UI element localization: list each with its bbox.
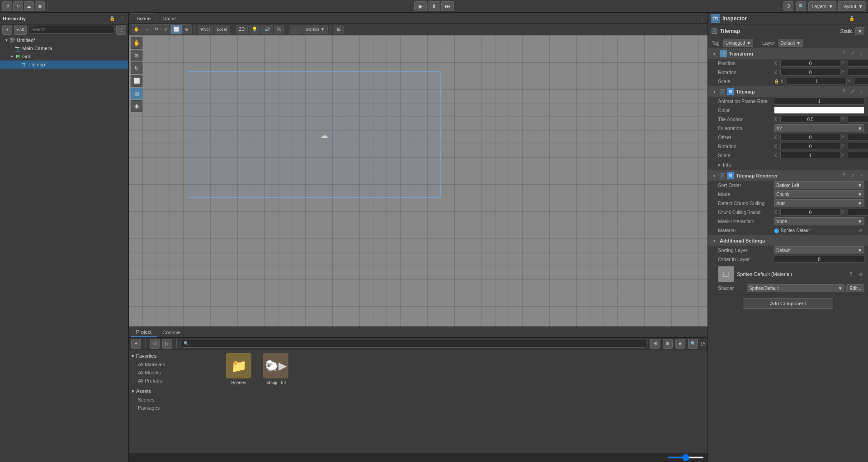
color-swatch[interactable] [774, 107, 864, 114]
scene-move-btn[interactable]: ⊕ [131, 50, 142, 61]
search-btn[interactable]: 🔍 [796, 1, 806, 11]
layers-dropdown[interactable]: Layers ▼ [808, 1, 836, 11]
history-btn[interactable]: ⏱ [783, 1, 793, 11]
hier-item-camera[interactable]: 📷 Main Camera [0, 44, 128, 52]
pause-button[interactable]: ⏸ [428, 1, 440, 11]
static-dropdown[interactable]: ▼ [855, 27, 864, 35]
scene-view[interactable]: ✋ ⊕ ↻ ⬜ ▦ ◉ ☁ [129, 35, 708, 327]
favorites-header[interactable]: ▾ Favorites [129, 351, 219, 360]
project-settings-btn[interactable]: ⚙ [663, 339, 673, 349]
scene-custom-btn[interactable]: ◉ [131, 100, 142, 112]
fav-all-models[interactable]: All Models [129, 369, 219, 377]
transform-tool-btn[interactable]: ⊕ [182, 25, 191, 34]
hier-item-tilemap[interactable]: ⊟ Tilemap [0, 61, 128, 69]
ta-x-input[interactable] [780, 116, 840, 123]
sort-order-dropdown[interactable]: Bottom Left ▼ [774, 181, 864, 189]
transform-section-header[interactable]: ▾ ⊹ Transform ? ⤢ ⋮ [708, 48, 868, 59]
project-fav-btn[interactable]: ★ [675, 339, 685, 349]
transform-preset-btn[interactable]: ⤢ [849, 50, 856, 57]
detect-culling-dropdown[interactable]: Auto ▼ [774, 199, 864, 207]
project-search[interactable] [180, 340, 648, 348]
ts-x-input[interactable] [780, 152, 840, 159]
object-active-checkbox[interactable]: ✓ [712, 28, 717, 34]
renderer-section-header[interactable]: ▾ ✓ ⊟ Tilemap Renderer ? ⤢ ⋮ [708, 170, 868, 181]
renderer-help-btn[interactable]: ? [840, 172, 847, 179]
off-x-input[interactable] [780, 134, 840, 141]
hierarchy-all-btn[interactable]: ▾All [14, 25, 27, 35]
rot-y-input[interactable] [848, 69, 868, 76]
tr-y-input[interactable] [848, 143, 868, 150]
assets-header[interactable]: ▾ Assets [129, 387, 219, 396]
fx-btn[interactable]: fx [274, 25, 284, 34]
scene-rect-btn[interactable]: ▦ [131, 88, 142, 99]
cc-y-input[interactable] [848, 209, 868, 216]
renderer-enable-checkbox[interactable]: ✓ [720, 173, 725, 178]
project-layout-btn[interactable]: ⊞ [650, 339, 660, 349]
ts-y-input[interactable] [848, 152, 868, 159]
redo-btn[interactable]: ↻ [13, 1, 23, 11]
tilemap-help-btn[interactable]: ? [840, 88, 847, 95]
fav-all-prefabs[interactable]: All Prefabs [129, 377, 219, 385]
hier-item-grid[interactable]: ▾ ⊞ Grid [0, 52, 128, 61]
inspector-lock-btn[interactable]: 🔒 [848, 15, 855, 22]
tr-x-input[interactable] [780, 143, 840, 150]
tag-dropdown[interactable]: Untagged ▼ [723, 39, 753, 47]
project-back-btn[interactable]: ◁ [150, 339, 160, 349]
light-btn[interactable]: 💡 [249, 25, 260, 34]
project-add-btn[interactable]: + [131, 339, 141, 349]
scale-y-input[interactable] [854, 78, 868, 85]
project-fwd-btn[interactable]: ▷ [162, 339, 172, 349]
material-help-btn[interactable]: ? [847, 271, 854, 278]
scene-hand-btn[interactable]: ✋ [131, 37, 142, 49]
mask-interaction-dropdown[interactable]: None ▼ [774, 217, 864, 225]
fav-all-materials[interactable]: All Materials [129, 360, 219, 369]
gizmos-btn[interactable]: Gizmos ▼ [302, 25, 328, 34]
scenes-folder[interactable]: Scenes [129, 396, 219, 404]
anim-rate-input[interactable] [774, 98, 864, 105]
tilemap-section-header[interactable]: ▾ ✓ ⊞ Tilemap ? ⤢ ⋮ [708, 86, 868, 97]
scene-rotate-btn[interactable]: ↻ [131, 62, 142, 74]
project-search2-btn[interactable]: 🔍 [688, 339, 698, 349]
pos-y-input[interactable] [848, 60, 868, 67]
sorting-layer-dropdown[interactable]: Default ▼ [774, 246, 864, 254]
mode-dropdown[interactable]: Chunk ▼ [774, 190, 864, 198]
step-button[interactable]: ⏭ [441, 1, 454, 11]
tab-project[interactable]: Project [131, 327, 157, 337]
layout-dropdown[interactable]: Layout ▼ [838, 1, 866, 11]
tilemap-preset-btn[interactable]: ⤢ [849, 88, 856, 95]
renderer-preset-btn[interactable]: ⤢ [849, 172, 856, 179]
scene-scale-btn[interactable]: ⬜ [131, 75, 142, 87]
scale-x-input[interactable] [787, 78, 847, 85]
info-row[interactable]: ▶ Info [708, 160, 868, 170]
move-tool-btn[interactable]: ⊹ [142, 25, 152, 34]
renderer-menu-btn[interactable]: ⋮ [858, 172, 865, 179]
play-button[interactable]: ▶ [414, 1, 427, 11]
shader-edit-btn[interactable]: Edit... [846, 284, 864, 292]
orientation-dropdown[interactable]: XY ▼ [774, 124, 864, 132]
cloud-btn[interactable]: ☁ [24, 1, 34, 11]
off-y-input[interactable] [848, 134, 868, 141]
tab-console[interactable]: Console [157, 327, 186, 337]
hierarchy-menu-btn[interactable]: ⋮ [118, 15, 126, 22]
asset-scenes[interactable]: 📁 Scenes [223, 353, 255, 385]
rect-tool-btn[interactable]: ⬜ [171, 25, 182, 34]
add-component-btn[interactable]: Add Component [743, 298, 833, 309]
cc-x-input[interactable] [780, 209, 840, 216]
grid-toggle-btn[interactable]: ⊞ [334, 25, 344, 34]
collab-btn[interactable]: ◉ [35, 1, 45, 11]
rot-x-input[interactable] [780, 69, 840, 76]
transform-menu-btn[interactable]: ⋮ [858, 50, 865, 57]
undo-btn[interactable]: ↺ [2, 1, 12, 11]
scene-cam-btn[interactable]: 🎥 [290, 25, 302, 34]
tilemap-enable-checkbox[interactable]: ✓ [720, 89, 725, 94]
local-btn[interactable]: Local [214, 25, 230, 34]
view-menu-btn[interactable]: ⋮ [698, 16, 706, 23]
hierarchy-lock-btn[interactable]: 🔒 [108, 15, 116, 22]
tab-scene[interactable]: Scene [131, 13, 156, 23]
hierarchy-filter-btn[interactable]: ⋮ [116, 25, 126, 35]
zoom-slider[interactable] [668, 457, 704, 458]
tab-game[interactable]: Game [156, 13, 182, 23]
pivot-btn[interactable]: Pivot [198, 25, 213, 34]
ta-y-input[interactable] [848, 116, 868, 123]
hierarchy-add-btn[interactable]: + [2, 25, 12, 35]
